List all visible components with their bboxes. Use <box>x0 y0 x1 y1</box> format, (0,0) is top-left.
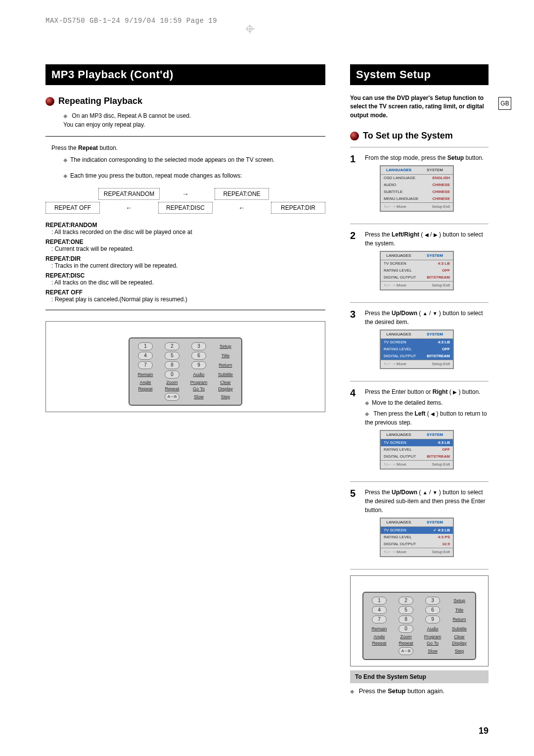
text: button. <box>464 154 484 161</box>
def-term: REPEAT:RANDOM <box>45 222 325 229</box>
tab-system: SYSTEM <box>417 331 453 338</box>
k: RATING LEVEL <box>384 346 412 352</box>
v: BITSTREAM <box>427 454 450 460</box>
divider <box>350 302 489 303</box>
left-column: MP3 Playback (Cont'd) Repeating Playback… <box>45 64 325 695</box>
remote-label-display: Display <box>218 386 233 391</box>
remote-key-3: 3 <box>191 342 206 350</box>
k: DIGITAL OUTPUT <box>384 541 416 547</box>
k: TV SCREEN <box>384 261 406 267</box>
remote-key-ab: A↔B <box>165 393 179 401</box>
note-mp3-repeat: On an MP3 disc, Repeat A B cannot be use… <box>63 111 325 129</box>
remote-label-setup: Setup <box>453 598 465 603</box>
remote-label-repeat2: Repeat <box>165 386 179 391</box>
remote-key-6: 6 <box>191 352 206 360</box>
divider <box>45 310 325 310</box>
triangle-up-icon: ▲ <box>423 489 428 496</box>
divider <box>45 136 325 137</box>
remote-key-0: 0 <box>165 371 179 378</box>
foot: ↑↓←→:Move <box>384 549 406 555</box>
bullet-icon <box>350 132 359 141</box>
setup-screen-3: LANGUAGESSYSTEM TV SCREEN4:3 LB RATING L… <box>380 330 454 369</box>
triangle-down-icon: ▼ <box>433 310 438 317</box>
v: 4:3 PS <box>438 534 450 540</box>
v: BITSTREAM <box>427 275 450 281</box>
step4-note2: Then press the Left ( ◀ ) button to retu… <box>365 409 489 427</box>
left-title-bar: MP3 Playback (Cont'd) <box>45 64 325 85</box>
remote-key-1: 1 <box>138 342 153 350</box>
tab-languages: LANGUAGES <box>381 252 417 260</box>
text: Press the <box>365 489 392 496</box>
flow-disc: REPEAT:DISC <box>158 202 213 214</box>
language-tab: GB <box>498 97 511 110</box>
tab-languages: LANGUAGES <box>381 431 417 439</box>
triangle-down-icon: ▼ <box>433 489 438 496</box>
remote-label-repeat2: Repeat <box>399 641 413 646</box>
v: ✓ 4:3 LB <box>433 527 450 533</box>
remote-label-goto: Go To <box>427 641 439 646</box>
v: ENGLISH <box>432 175 450 181</box>
note-line2: You can enjoy only repeat play. <box>63 121 145 128</box>
flow-dir: REPEAT:DIR <box>271 202 325 214</box>
foot: ↑↓←→:Move <box>384 204 406 210</box>
remote-label-audio: Audio <box>427 626 438 631</box>
remote-key-2: 2 <box>399 597 413 605</box>
v: CHINESE <box>432 182 450 188</box>
tab-system: SYSTEM <box>417 519 453 526</box>
remote-label-program: Program <box>424 634 442 639</box>
v: 4:3 LB <box>438 261 450 267</box>
text: button. <box>460 388 480 395</box>
remote-label-audio: Audio <box>193 372 204 377</box>
def-desc: : Current track will be repeated. <box>51 245 325 252</box>
remote-key-1: 1 <box>372 597 387 605</box>
text: Press the <box>359 687 388 695</box>
k: OSD LANGUAGE <box>384 175 415 181</box>
repeat-flow: REPEAT:RANDOM → REPEAT:ONE REPEAT OFF ← … <box>45 188 325 214</box>
text: Then press the <box>373 410 414 417</box>
def-desc: : Repeat play is canceled.(Normal play i… <box>51 296 325 303</box>
right-column: System Setup You can use the DVD player'… <box>350 64 489 695</box>
remote-label-angle: Angle <box>139 380 151 385</box>
foot: Setup:Exit <box>432 361 450 367</box>
def-term: REPEAT:DISC <box>45 272 325 279</box>
triangle-left-icon: ◀ <box>431 410 435 418</box>
remote-label-subtitle: Subtitle <box>452 626 467 631</box>
v: 16:9 <box>442 541 450 547</box>
bold: Repeat <box>78 144 98 151</box>
right-title-bar: System Setup <box>350 64 489 85</box>
k: TV SCREEN <box>384 440 406 446</box>
remote-label-display: Display <box>452 641 467 646</box>
bold: Right <box>433 388 448 395</box>
remote-key-8: 8 <box>165 361 179 369</box>
foot: Setup:Exit <box>432 283 450 288</box>
step-number: 2 <box>350 230 359 296</box>
remote-key-ab: A↔B <box>399 647 413 655</box>
foot: ↑↓←→:Move <box>384 283 406 288</box>
end-setup-band: To End the System Setup <box>350 670 489 683</box>
remote: 1 2 3 Setup 4 5 6 Title 7 8 9 Return Rem… <box>129 337 242 406</box>
remote-label-title: Title <box>222 353 230 358</box>
arrow-left-icon: ← <box>126 204 133 212</box>
tab-languages: LANGUAGES <box>381 519 417 526</box>
remote-label-zoom: Zoom <box>400 634 411 639</box>
v: 4:3 LB <box>438 440 450 446</box>
bold: Setup <box>388 687 405 695</box>
flow-random: REPEAT:RANDOM <box>98 188 160 200</box>
divider <box>350 224 489 224</box>
foot: ↑↓←→:Move <box>384 462 406 468</box>
k: SUBTITLE <box>384 189 402 195</box>
tab-system: SYSTEM <box>417 431 453 439</box>
arrow-left-icon: ← <box>238 204 245 212</box>
v: CHINESE <box>432 196 450 202</box>
remote-label-goto: Go To <box>193 386 205 391</box>
remote-key-9: 9 <box>425 615 440 623</box>
remote-label-remain: Remain <box>371 626 387 631</box>
setup-screen-1: LANGUAGESSYSTEM OSD LANGUAGEENGLISH AUDI… <box>380 165 454 212</box>
divider <box>350 569 489 569</box>
bullet-icon <box>45 97 54 106</box>
remote-illustration-2: 1 2 3 Setup 4 5 6 Title 7 8 9 Return Rem… <box>350 575 489 666</box>
remote-label-step: Step <box>455 649 464 654</box>
text: Press the <box>365 310 392 317</box>
remote: 1 2 3 Setup 4 5 6 Title 7 8 9 Return Rem… <box>362 592 476 660</box>
foot: Setup:Exit <box>432 204 450 210</box>
